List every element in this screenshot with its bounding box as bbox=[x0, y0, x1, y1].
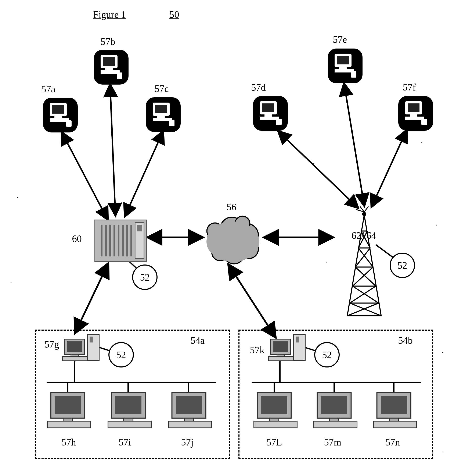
svg-rect-105 bbox=[115, 396, 141, 414]
svg-line-4 bbox=[344, 84, 364, 206]
svg-rect-93 bbox=[87, 335, 99, 361]
label-57i: 57i bbox=[119, 437, 131, 448]
svg-line-9 bbox=[229, 265, 275, 337]
svg-rect-25 bbox=[117, 72, 122, 79]
svg-rect-132 bbox=[381, 396, 407, 414]
ref-52-lan-a-text: 52 bbox=[116, 349, 126, 360]
label-57d: 57d bbox=[251, 82, 266, 93]
svg-rect-103 bbox=[47, 421, 91, 428]
svg-rect-110 bbox=[184, 418, 194, 421]
svg-line-87 bbox=[350, 303, 381, 316]
svg-line-88 bbox=[347, 303, 378, 316]
svg-rect-60 bbox=[137, 225, 142, 231]
label-57c: 57c bbox=[155, 83, 168, 94]
svg-rect-36 bbox=[260, 117, 279, 120]
svg-rect-129 bbox=[330, 418, 339, 421]
ref-52-hub: 52 bbox=[132, 265, 158, 290]
svg-line-84 bbox=[353, 267, 373, 286]
label-54b: 54b bbox=[398, 335, 413, 346]
svg-rect-29 bbox=[157, 116, 165, 118]
svg-rect-126 bbox=[254, 421, 297, 428]
pc-57l bbox=[253, 390, 300, 431]
terminal-icon-57a bbox=[42, 97, 78, 133]
svg-rect-48 bbox=[405, 117, 424, 120]
label-56: 56 bbox=[227, 201, 236, 213]
svg-rect-115 bbox=[269, 357, 294, 361]
svg-rect-133 bbox=[389, 418, 399, 421]
label-57k: 57k bbox=[250, 344, 265, 356]
svg-rect-47 bbox=[410, 114, 417, 117]
ref-52-hub-text: 52 bbox=[140, 272, 150, 283]
label-60: 60 bbox=[72, 233, 82, 244]
ref-52-tower: 52 bbox=[390, 253, 415, 278]
label-57j: 57j bbox=[181, 437, 194, 448]
svg-rect-40 bbox=[337, 56, 349, 64]
svg-rect-19 bbox=[66, 120, 72, 127]
svg-rect-17 bbox=[54, 116, 62, 118]
svg-rect-117 bbox=[296, 336, 299, 343]
label-57m: 57m bbox=[324, 437, 341, 448]
terminal-icon-57c bbox=[145, 97, 181, 133]
terminal-icon-57d bbox=[252, 95, 288, 131]
pc-57h bbox=[46, 390, 93, 431]
diagram-canvas: Figure 1 50 57a bbox=[0, 0, 454, 476]
svg-line-0 bbox=[62, 133, 107, 219]
svg-line-83 bbox=[355, 267, 376, 286]
svg-rect-49 bbox=[421, 119, 427, 125]
pc-57i bbox=[107, 390, 154, 431]
svg-rect-28 bbox=[155, 105, 167, 113]
label-57f: 57f bbox=[403, 82, 416, 93]
svg-rect-130 bbox=[314, 421, 357, 428]
ref-52-tower-text: 52 bbox=[397, 260, 407, 271]
label-57l: 57L bbox=[266, 437, 282, 448]
label-57h: 57h bbox=[61, 437, 76, 448]
svg-line-2 bbox=[125, 131, 163, 216]
terminal-icon-57e bbox=[327, 48, 363, 84]
label-57g: 57g bbox=[45, 339, 59, 350]
svg-rect-34 bbox=[262, 103, 274, 112]
svg-rect-42 bbox=[334, 69, 354, 72]
svg-rect-116 bbox=[294, 335, 305, 361]
svg-rect-102 bbox=[63, 418, 72, 421]
svg-rect-31 bbox=[169, 120, 174, 126]
ref-52-lan-b-text: 52 bbox=[322, 349, 332, 360]
svg-line-3 bbox=[279, 131, 358, 208]
svg-rect-22 bbox=[103, 57, 115, 66]
svg-rect-125 bbox=[270, 418, 279, 421]
svg-rect-37 bbox=[276, 119, 282, 125]
label-57e: 57e bbox=[333, 34, 347, 45]
svg-rect-46 bbox=[408, 103, 419, 112]
terminal-icon-57b bbox=[93, 49, 129, 85]
svg-rect-101 bbox=[55, 396, 81, 414]
pc-57n bbox=[373, 390, 419, 431]
svg-line-8 bbox=[75, 264, 108, 333]
svg-rect-90 bbox=[67, 341, 82, 352]
svg-rect-18 bbox=[50, 118, 69, 122]
terminal-icon-57f bbox=[398, 95, 434, 131]
label-54a: 54a bbox=[191, 335, 204, 346]
svg-rect-94 bbox=[90, 336, 93, 343]
svg-rect-106 bbox=[124, 418, 133, 421]
svg-rect-16 bbox=[52, 105, 64, 114]
cloud-icon bbox=[200, 212, 268, 267]
svg-rect-111 bbox=[168, 421, 212, 428]
label-57a: 57a bbox=[41, 84, 55, 95]
svg-rect-41 bbox=[339, 67, 347, 69]
svg-rect-109 bbox=[176, 396, 202, 414]
hub-icon bbox=[93, 218, 148, 265]
svg-rect-43 bbox=[351, 71, 356, 78]
svg-line-85 bbox=[353, 286, 378, 303]
svg-rect-24 bbox=[101, 70, 120, 74]
svg-rect-107 bbox=[108, 421, 151, 428]
svg-rect-128 bbox=[321, 396, 347, 414]
label-57n: 57n bbox=[385, 437, 400, 448]
svg-line-86 bbox=[350, 286, 376, 303]
svg-rect-124 bbox=[261, 396, 287, 414]
svg-rect-113 bbox=[273, 341, 288, 352]
svg-point-69 bbox=[206, 221, 259, 262]
svg-rect-92 bbox=[62, 357, 88, 361]
pc-57j bbox=[168, 390, 214, 431]
label-57b: 57b bbox=[101, 36, 115, 47]
svg-line-5 bbox=[372, 130, 407, 207]
tower-icon bbox=[341, 208, 392, 322]
